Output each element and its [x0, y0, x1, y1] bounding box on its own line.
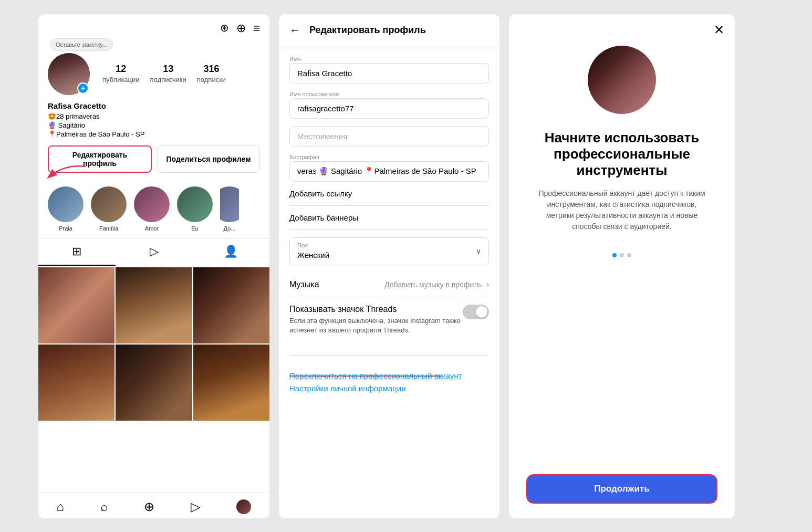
- dot-1: [612, 253, 617, 257]
- add-banners-button[interactable]: Добавить баннеры: [289, 213, 489, 222]
- bio-line-3: 📍Palmeiras de São Paulo - SP: [48, 130, 260, 138]
- dot-2: [620, 253, 624, 257]
- bio-line-1: 🤩28 primaveras: [48, 112, 260, 120]
- gender-label: Пол: [290, 238, 488, 249]
- pro-desc: Профессиональный аккаунт дает доступ к т…: [538, 188, 706, 232]
- grid-item-5[interactable]: [116, 345, 192, 421]
- tab-grid[interactable]: ⊞: [38, 238, 116, 266]
- tab-tagged[interactable]: 👤: [192, 238, 269, 266]
- edit-profile-button[interactable]: Редактировать профиль: [48, 145, 152, 173]
- separator-2: [289, 230, 489, 230]
- grid-item-1[interactable]: [38, 267, 114, 343]
- professional-tools-panel: ✕ Начните использовать профессиональные …: [509, 14, 735, 518]
- separator-1: [289, 205, 489, 206]
- grid-item-6[interactable]: [193, 345, 269, 421]
- threads-title: Показывать значок Threads: [289, 305, 463, 314]
- reels-nav-icon[interactable]: ▷: [191, 499, 200, 514]
- profile-name: Rafisa Gracetto: [48, 101, 260, 110]
- story-praia[interactable]: Praia: [48, 186, 84, 232]
- continue-button[interactable]: Продолжить: [527, 475, 716, 503]
- edit-profile-panel: ← Редактировать профиль Имя Имя пользова…: [279, 14, 499, 518]
- grid-icon: ⊞: [72, 245, 81, 258]
- music-row[interactable]: Музыка Добавить музыку в профиль ›: [289, 273, 489, 297]
- share-profile-button[interactable]: Поделиться профилем: [157, 145, 260, 173]
- carousel-dots: [612, 253, 631, 257]
- threads-icon[interactable]: ⊛: [220, 22, 229, 35]
- add-link-button[interactable]: Добавить ссылку: [289, 189, 489, 198]
- posts-stat[interactable]: 12 публикации: [102, 64, 140, 84]
- gender-value: Женский: [290, 249, 488, 265]
- instagram-profile-panel: ⊛ ⊕ ≡ Оставьте заметку... + 12 пу: [38, 14, 269, 518]
- story-familia[interactable]: Família: [91, 186, 127, 232]
- following-stat[interactable]: 316 подписки: [197, 64, 226, 84]
- bio-line-2: 🔮 Sagitário: [48, 121, 260, 129]
- story-partial[interactable]: До...: [220, 186, 239, 232]
- threads-toggle-row: Показывать значок Threads Если эта функц…: [289, 305, 489, 340]
- stories-row: Praia Família Amor Eu До...: [38, 180, 269, 238]
- threads-toggle[interactable]: [463, 305, 489, 319]
- home-nav-icon[interactable]: ⌂: [57, 499, 65, 514]
- followers-stat[interactable]: 13 подписчики: [150, 64, 186, 84]
- story-circle-eu: [177, 186, 213, 222]
- photo-grid: [38, 267, 269, 421]
- pronouns-input[interactable]: [289, 126, 489, 147]
- edit-header: ← Редактировать профиль: [279, 14, 499, 47]
- threads-text: Показывать значок Threads Если эта функц…: [289, 305, 463, 340]
- pronouns-field: [289, 126, 489, 147]
- bio-field: Биография veras 🔮 Sagitário 📍Palmeiras d…: [289, 154, 489, 182]
- dot-3: [627, 253, 631, 257]
- close-button[interactable]: ✕: [714, 23, 724, 37]
- grid-item-3[interactable]: [193, 267, 269, 343]
- name-input[interactable]: [289, 63, 489, 84]
- pro-avatar: [588, 46, 656, 114]
- username-label: Имя пользователя: [289, 91, 489, 97]
- story-circle-amor: [134, 186, 170, 222]
- add-photo-button[interactable]: +: [77, 82, 89, 94]
- reels-tab-icon: ▷: [150, 245, 159, 258]
- separator-3: [289, 355, 489, 356]
- add-nav-icon[interactable]: ⊕: [144, 499, 154, 514]
- back-button[interactable]: ←: [289, 24, 301, 37]
- menu-icon[interactable]: ≡: [253, 22, 260, 35]
- chevron-right-icon: ›: [486, 280, 489, 289]
- avatar-wrap: +: [48, 53, 90, 95]
- story-circle-familia: [91, 186, 127, 222]
- story-circle-praia: [48, 186, 84, 222]
- username-field: Имя пользователя: [289, 91, 489, 119]
- story-eu[interactable]: Eu: [177, 186, 213, 232]
- bio-input[interactable]: veras 🔮 Sagitário 📍Palmeiras de São Paul…: [289, 161, 489, 182]
- profile-nav-icon[interactable]: [236, 499, 251, 514]
- pro-account-section: Переключиться на профессиональный аккаун…: [289, 363, 489, 377]
- personal-settings-link[interactable]: Настройки личной информации: [289, 384, 406, 393]
- profile-section: Оставьте заметку... + 12 публикации 13: [38, 43, 269, 173]
- pro-body: Начните использовать профессиональные ин…: [509, 14, 735, 295]
- action-buttons: Редактировать профиль Поделиться профиле…: [48, 145, 260, 173]
- add-post-icon[interactable]: ⊕: [236, 22, 246, 35]
- music-hint: Добавить музыку в профиль ›: [384, 280, 489, 289]
- pro-title: Начните использовать профессиональные ин…: [525, 130, 719, 179]
- story-amor[interactable]: Amor: [134, 186, 170, 232]
- name-label: Имя: [289, 56, 489, 62]
- tagged-icon: 👤: [224, 245, 238, 258]
- gender-select[interactable]: Пол Женский ∨: [289, 237, 489, 265]
- music-label: Музыка: [289, 280, 319, 289]
- toggle-knob: [476, 306, 487, 318]
- name-field: Имя: [289, 56, 489, 84]
- chevron-down-icon: ∨: [476, 247, 481, 255]
- edit-body: Имя Имя пользователя Биография veras 🔮 S…: [279, 47, 499, 402]
- search-nav-icon[interactable]: ⌕: [100, 499, 108, 514]
- profile-tabs: ⊞ ▷ 👤: [38, 238, 269, 266]
- profile-stats: 12 публикации 13 подписчики 316 подписки: [102, 64, 226, 84]
- threads-sub: Если эта функция выключена, значок Insta…: [289, 316, 463, 335]
- grid-item-2[interactable]: [116, 267, 192, 343]
- threads-section: Показывать значок Threads Если эта функц…: [289, 297, 489, 348]
- tab-reels[interactable]: ▷: [116, 238, 193, 266]
- story-circle-partial: [220, 186, 239, 222]
- note-bubble[interactable]: Оставьте заметку...: [50, 38, 113, 51]
- edit-title: Редактировать профиль: [309, 25, 426, 36]
- username-input[interactable]: [289, 98, 489, 119]
- bio-label: Биография: [289, 154, 489, 160]
- bottom-nav: ⌂ ⌕ ⊕ ▷: [38, 493, 269, 518]
- grid-item-4[interactable]: [38, 345, 114, 421]
